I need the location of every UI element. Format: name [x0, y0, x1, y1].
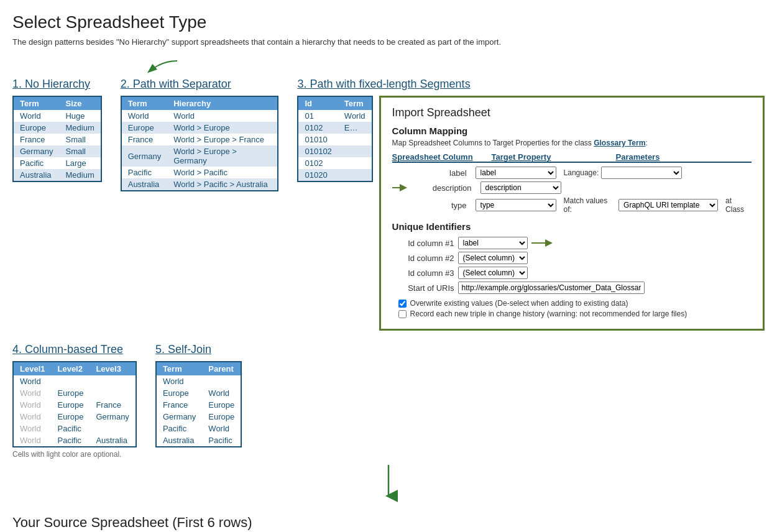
arrow-left-icon [143, 58, 180, 76]
table-row: World > Europe > Germany [167, 145, 277, 167]
col-mapping-subtitle: Map Spreadsheet Columns to Target Proper… [392, 139, 752, 147]
table-row: 0102 [298, 122, 338, 134]
pattern4-title: 4. Column-based Tree [12, 343, 137, 356]
pattern2-block: 2. Path with Separator Term Hierarchy Wo… [121, 78, 279, 191]
table-row: World [202, 423, 241, 434]
table-row: Germany [122, 145, 167, 167]
table-row: World [14, 110, 59, 122]
table-row: 01 [298, 110, 338, 122]
map-target-label-select[interactable]: labeldescriptiontype [476, 167, 556, 179]
table-row: Australia [90, 434, 135, 446]
page-subtitle: The design patterns besides "No Hierarch… [12, 37, 765, 47]
table-row: World [202, 387, 241, 399]
pattern3-table: Id Term 01World 0102E… 01010 010102 0102… [298, 97, 371, 181]
table-row: Pacific [14, 157, 59, 169]
col-map-header: Spreadsheet Column Target Property Param… [392, 152, 752, 163]
table-row: Pacific [202, 434, 241, 446]
uid-col3-select[interactable]: (Select column)labeldescription [458, 267, 528, 279]
source-title: Your Source Spreadsheet (First 6 rows) [12, 515, 765, 531]
check-overwrite[interactable] [398, 300, 407, 308]
arrow-uid-icon [531, 238, 556, 248]
table-row: Europe [51, 387, 90, 399]
table-row [338, 134, 372, 145]
pattern5-col2-header: Parent [202, 362, 241, 375]
map-param-label-language: Language: [564, 168, 599, 177]
table-row: Small [59, 134, 100, 145]
table-row: Europe [122, 122, 167, 134]
table-row: World [157, 375, 202, 387]
table-row: Europe [202, 399, 241, 411]
table-row [338, 169, 372, 181]
table-row: World [14, 434, 51, 446]
middle-section: 4. Column-based Tree Level1 Level2 Level… [12, 343, 765, 459]
table-row: Medium [59, 122, 100, 134]
table-row: Europe [202, 411, 241, 423]
table-row [90, 423, 135, 434]
table-row: Europe [51, 399, 90, 411]
pattern1-col1-header: Term [14, 97, 59, 110]
map-at-class: at Class [725, 196, 752, 214]
table-row: World [14, 399, 51, 411]
map-col-description: description [416, 183, 478, 193]
pattern1-title: 1. No Hierarchy [12, 78, 102, 91]
table-row: 0102 [298, 157, 338, 169]
map-target-description-select[interactable]: descriptionlabeltype [480, 181, 561, 194]
pattern5-title: 5. Self-Join [155, 343, 242, 356]
table-row: Germany [90, 411, 135, 423]
pattern2-col2-header: Hierarchy [167, 97, 277, 110]
check-history[interactable] [398, 310, 407, 318]
table-row [338, 157, 372, 169]
source-spreadsheet-section: Your Source Spreadsheet (First 6 rows) l… [12, 515, 765, 532]
map-row-description: description descriptionlabeltype [392, 181, 752, 194]
table-row: Huge [59, 110, 100, 122]
unique-identifiers-section: Unique Identifiers Id column #1 label(Se… [392, 221, 752, 318]
arrow-right-icon [392, 183, 411, 193]
pattern3-col1-header: Id [298, 97, 338, 110]
table-row: 01020 [298, 169, 338, 181]
table-row: World [14, 411, 51, 423]
glossary-term-link[interactable]: Glossary Term [594, 139, 645, 147]
check-overwrite-label: Overwrite existing values (De-select whe… [410, 299, 628, 308]
pattern3-title: 3. Path with fixed-length Segments [297, 78, 765, 91]
table-row: World [167, 110, 277, 122]
pattern1-table: Term Size WorldHugeEuropeMediumFranceSma… [14, 97, 101, 181]
table-row: World [338, 110, 372, 122]
table-row: Europe [14, 122, 59, 134]
map-language-select[interactable] [601, 167, 682, 179]
unique-id-title: Unique Identifiers [392, 221, 752, 232]
pattern1-col2-header: Size [59, 97, 100, 110]
pattern3-col2-header: Term [338, 97, 372, 110]
table-row: Europe [51, 411, 90, 423]
table-row: World > Pacific > Australia [167, 178, 277, 190]
arrow-down-section [12, 465, 765, 502]
pattern2-col1-header: Term [122, 97, 167, 110]
arrow-down-icon [379, 465, 398, 502]
pattern4-table-wrapper: Level1 Level2 Level3 WorldWorldEuropeWor… [12, 361, 137, 447]
table-row: France [14, 134, 59, 145]
import-dialog: Import Spreadsheet Column Mapping Map Sp… [379, 96, 765, 331]
start-uri-input[interactable] [458, 282, 645, 294]
table-row: Pacific [51, 434, 90, 446]
table-row: World [122, 110, 167, 122]
check-overwrite-row: Overwrite existing values (De-select whe… [398, 299, 752, 308]
map-target-type-select[interactable]: typelabeldescription [476, 199, 556, 211]
table-row: Medium [59, 169, 100, 181]
uid-label-1: Id column #1 [392, 239, 454, 248]
table-row: World [14, 423, 51, 434]
uid-col1-select[interactable]: label(Select column) [458, 237, 528, 249]
pattern3-table-wrapper: Id Term 01World 0102E… 01010 010102 0102… [297, 96, 372, 182]
pattern4-col1-header: Level1 [14, 362, 51, 375]
uid-col2-select[interactable]: (Select column)labeldescription [458, 252, 528, 264]
table-row: 01010 [298, 134, 338, 145]
start-uri-label: Start of URIs [392, 283, 454, 293]
table-row [51, 375, 90, 387]
check-history-label: Record each new triple in change history… [410, 310, 687, 318]
start-uri-row: Start of URIs [392, 282, 752, 294]
pattern4-col3-header: Level3 [90, 362, 135, 375]
col-header-target: Target Property [492, 152, 616, 162]
col-header-params: Parameters [616, 152, 691, 162]
pattern4-table: Level1 Level2 Level3 WorldWorldEuropeWor… [14, 362, 136, 446]
pattern1-table-wrapper: Term Size WorldHugeEuropeMediumFranceSma… [12, 96, 102, 182]
table-row: E… [338, 122, 372, 134]
map-uri-template-select[interactable]: GraphQL URI template SPARQL URI template [618, 199, 718, 211]
